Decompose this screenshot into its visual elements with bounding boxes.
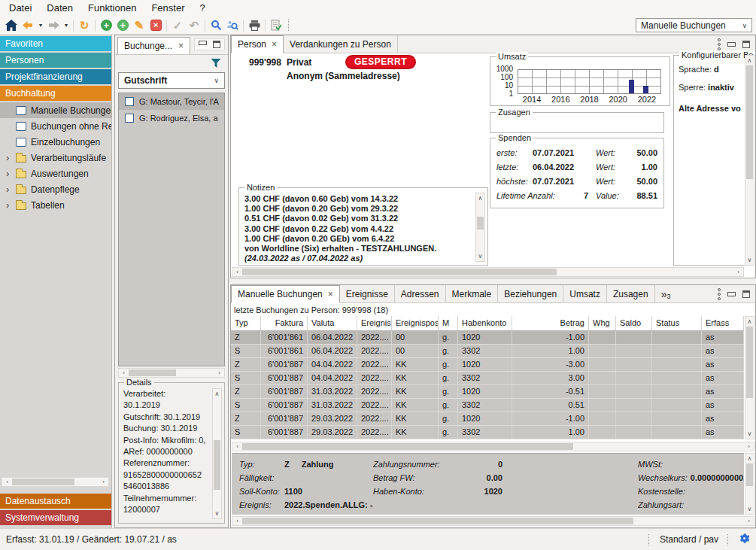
detail-horizontal-scrollbar[interactable]: ‹ › <box>232 516 754 526</box>
more-options-icon[interactable] <box>718 38 721 50</box>
maximize-button[interactable] <box>742 290 750 298</box>
sidebar-section-header[interactable]: Projektfinanzierung <box>0 69 111 84</box>
sidebar-tree-item[interactable]: ›Buchungen ohne Refe <box>0 118 111 134</box>
back-dropdown-icon[interactable]: ▾ <box>36 18 45 33</box>
tab-buchungen[interactable]: Buchunge... × <box>117 37 190 54</box>
scroll-up-icon[interactable]: ∧ <box>745 317 754 327</box>
sidebar-tree-item[interactable]: ›Datenpflege <box>0 181 111 197</box>
details-vertical-scrollbar[interactable]: ∧ ∨ <box>212 388 222 519</box>
table-row[interactable]: S6'001'88731.03.20222022....KKg.33020.51… <box>231 399 744 412</box>
scroll-up-icon[interactable]: ∧ <box>745 454 754 463</box>
scroll-thumb[interactable] <box>746 327 753 398</box>
table-row[interactable]: Z6'001'86106.04.20222022....00g.1020-1.0… <box>231 331 744 345</box>
scroll-thumb[interactable] <box>477 217 484 229</box>
scroll-right-icon[interactable]: › <box>733 267 743 277</box>
back-icon[interactable] <box>20 18 36 33</box>
scroll-right-icon[interactable]: › <box>214 368 224 378</box>
filter-icon[interactable] <box>211 58 221 68</box>
minimize-button[interactable] <box>727 292 736 296</box>
forward-dropdown-icon[interactable]: ▾ <box>62 18 71 33</box>
scroll-right-icon[interactable]: › <box>744 442 754 451</box>
scroll-left-icon[interactable]: ‹ <box>232 442 242 451</box>
column-header[interactable]: Ereignis <box>357 316 392 330</box>
scroll-thumb[interactable] <box>242 269 557 275</box>
refresh-icon[interactable]: ↻ <box>76 18 93 33</box>
tab[interactable]: Beziehungen× <box>498 285 563 302</box>
booking-type-selector[interactable]: Gutschrift ∨ <box>118 72 225 89</box>
person-vertical-scrollbar[interactable]: ∧ ∨ <box>745 55 754 266</box>
scroll-right-icon[interactable]: › <box>744 516 754 526</box>
list-item[interactable]: G: Rodriguez, Elsa, a <box>119 110 224 126</box>
table-row[interactable]: Z6'001'88704.04.20222022....KKg.1020-3.0… <box>231 358 744 372</box>
checkbox[interactable] <box>125 114 134 123</box>
menu-item[interactable]: Daten <box>39 0 80 17</box>
tab[interactable]: Adressen× <box>395 285 446 302</box>
column-header[interactable]: Habenkonto <box>458 316 512 330</box>
checkbox[interactable] <box>125 97 134 106</box>
table-row[interactable]: Z6'001'88731.03.20222022....KKg.1020-0.5… <box>231 385 744 399</box>
table-row[interactable]: S6'001'88704.04.20222022....KKg.33023.00… <box>231 372 744 385</box>
tab[interactable]: Manuelle Buchungen× <box>231 285 340 303</box>
scroll-down-icon[interactable]: ∨ <box>745 429 754 439</box>
scroll-left-icon[interactable]: ‹ <box>232 267 242 277</box>
tab[interactable]: Umsatz× <box>563 285 607 302</box>
column-header[interactable]: Ereignispos. <box>392 316 439 330</box>
search-icon[interactable] <box>208 18 224 33</box>
add-icon[interactable]: + <box>98 18 114 33</box>
delete-icon[interactable]: × <box>147 18 164 33</box>
column-header[interactable]: M <box>439 316 458 330</box>
column-header[interactable]: Betrag <box>512 316 589 330</box>
scroll-left-icon[interactable]: ‹ <box>232 516 242 526</box>
table-row[interactable]: Z6'001'88729.03.20222022....KKg.1020-1.0… <box>231 412 744 426</box>
scroll-down-icon[interactable]: ∨ <box>475 251 485 261</box>
edit-icon[interactable]: ✎ <box>131 18 147 33</box>
sidebar-tree-item[interactable]: ›Auswertungen <box>0 166 111 181</box>
person-horizontal-scrollbar[interactable]: ‹ › <box>232 267 744 277</box>
column-header[interactable]: Valuta <box>308 316 357 330</box>
sidebar-section-header[interactable]: Favoriten <box>0 36 111 51</box>
column-header[interactable]: Saldo <box>616 316 652 330</box>
close-icon[interactable]: × <box>272 39 277 50</box>
sidebar-section-header[interactable]: Personen <box>0 53 111 68</box>
sidebar-tree-item[interactable]: ›Manuelle Buchungen <box>0 102 111 118</box>
sidebar-section-header[interactable]: Buchhaltung <box>0 86 111 101</box>
scroll-thumb[interactable] <box>746 65 753 179</box>
scroll-thumb[interactable] <box>746 463 753 486</box>
notizen-vertical-scrollbar[interactable]: ∧ ∨ <box>475 193 485 262</box>
column-header[interactable]: Faktura <box>261 316 308 330</box>
column-header[interactable]: Erfass <box>702 316 744 330</box>
sidebar-tree-item[interactable]: ›Verarbeitungsläufe <box>0 150 111 166</box>
scroll-right-icon[interactable]: › <box>99 477 108 487</box>
sidebar-tree-item[interactable]: ›Einzelbuchungen <box>0 134 111 150</box>
table-row[interactable]: S6'001'88729.03.20222022....KKg.33021.00… <box>231 426 744 439</box>
table-row[interactable]: S6'001'86106.04.20222022....00g.33021.00… <box>231 345 744 358</box>
minimize-button[interactable] <box>727 42 736 47</box>
home-icon[interactable] <box>3 18 20 33</box>
sidebar-tree-item[interactable]: ›Tabellen <box>0 197 111 213</box>
tab[interactable]: Zusagen× <box>607 285 655 302</box>
column-header[interactable]: Typ <box>231 316 261 330</box>
maximize-button[interactable] <box>742 41 750 48</box>
detail-vertical-scrollbar[interactable]: ∧ ∨ <box>745 453 754 515</box>
scroll-down-icon[interactable]: ∨ <box>212 509 222 518</box>
menu-item[interactable]: Funktionen <box>80 0 144 17</box>
close-icon[interactable]: × <box>178 41 184 51</box>
minimize-button[interactable] <box>199 41 207 48</box>
scroll-thumb[interactable] <box>242 518 633 524</box>
maximize-button[interactable] <box>213 41 220 48</box>
scroll-down-icon[interactable]: ∨ <box>745 504 754 514</box>
scroll-left-icon[interactable]: ‹ <box>119 368 129 378</box>
scroll-thumb[interactable] <box>242 443 573 450</box>
list-item[interactable]: G: Mastour, Teycir, l'A <box>119 93 224 110</box>
column-header[interactable]: Whg <box>589 316 616 330</box>
scroll-up-icon[interactable]: ∧ <box>745 56 754 65</box>
table-horizontal-scrollbar[interactable]: ‹ › <box>232 442 754 451</box>
close-icon[interactable]: × <box>328 289 333 299</box>
scroll-up-icon[interactable]: ∧ <box>212 389 222 399</box>
scroll-thumb[interactable] <box>214 440 220 490</box>
more-options-icon[interactable] <box>718 288 721 300</box>
view-selector[interactable]: Manuelle Buchungen ∨ <box>636 18 752 32</box>
confirm-icon[interactable]: ✓ <box>169 18 186 33</box>
sidebar-section-header[interactable]: Systemverwaltung <box>0 510 111 525</box>
sidebar-horizontal-scrollbar[interactable]: ‹ › <box>2 477 109 487</box>
